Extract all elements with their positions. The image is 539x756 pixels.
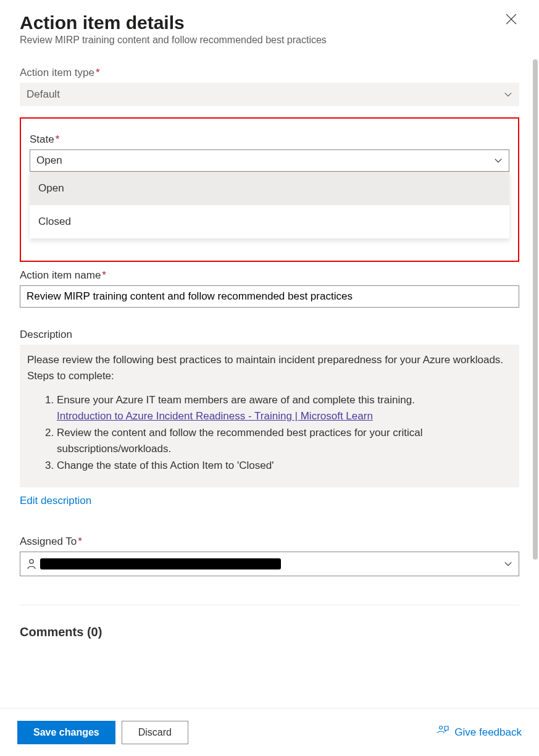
type-select[interactable]: Default bbox=[20, 83, 519, 106]
description-label: Description bbox=[20, 329, 519, 341]
assigned-value-redacted bbox=[40, 558, 281, 569]
type-value: Default bbox=[27, 88, 60, 101]
comments-heading: Comments (0) bbox=[20, 625, 519, 639]
svg-point-1 bbox=[440, 726, 443, 729]
footer-bar: Save changes Discard Give feedback bbox=[0, 708, 539, 756]
description-step-1: Ensure your Azure IT team members are aw… bbox=[57, 392, 512, 424]
name-input[interactable] bbox=[20, 285, 519, 308]
description-step-3: Change the state of this Action Item to … bbox=[57, 458, 512, 474]
chevron-down-icon bbox=[494, 156, 503, 165]
state-select[interactable]: Open bbox=[30, 149, 509, 172]
person-icon bbox=[27, 558, 36, 569]
required-indicator: * bbox=[78, 536, 82, 547]
name-label: Action item name* bbox=[20, 269, 519, 282]
training-link[interactable]: Introduction to Azure Incident Readiness… bbox=[57, 410, 373, 422]
required-indicator: * bbox=[56, 133, 60, 145]
description-steps: Ensure your Azure IT team members are aw… bbox=[57, 392, 512, 474]
svg-point-0 bbox=[30, 559, 33, 563]
page-subtitle: Review MIRP training content and follow … bbox=[20, 35, 327, 46]
section-divider bbox=[20, 605, 519, 605]
state-option-closed[interactable]: Closed bbox=[30, 205, 509, 238]
chevron-down-icon bbox=[504, 90, 512, 99]
state-dropdown: Open Closed bbox=[30, 172, 509, 238]
close-button[interactable] bbox=[503, 12, 519, 28]
feedback-link[interactable]: Give feedback bbox=[437, 725, 522, 739]
save-button[interactable]: Save changes bbox=[17, 721, 115, 744]
state-value: Open bbox=[36, 154, 62, 167]
close-icon bbox=[506, 12, 517, 28]
state-highlight: State* Open Open Closed bbox=[20, 117, 519, 262]
edit-description-link[interactable]: Edit description bbox=[20, 495, 91, 507]
state-label: State* bbox=[30, 133, 509, 146]
feedback-icon bbox=[437, 725, 449, 739]
scrollbar-thumb[interactable] bbox=[533, 59, 538, 560]
chevron-down-icon bbox=[504, 560, 512, 568]
required-indicator: * bbox=[102, 269, 106, 281]
state-option-open[interactable]: Open bbox=[30, 172, 509, 205]
description-step-2: Review the content and follow the recomm… bbox=[57, 425, 512, 456]
description-box: Please review the following best practic… bbox=[20, 345, 519, 487]
assigned-label: Assigned To* bbox=[20, 536, 519, 548]
description-intro: Please review the following best practic… bbox=[27, 352, 512, 384]
discard-button[interactable]: Discard bbox=[122, 721, 188, 744]
assigned-select[interactable] bbox=[20, 552, 519, 576]
type-label: Action item type* bbox=[20, 67, 519, 79]
page-title: Action item details bbox=[20, 12, 327, 33]
required-indicator: * bbox=[96, 67, 100, 78]
